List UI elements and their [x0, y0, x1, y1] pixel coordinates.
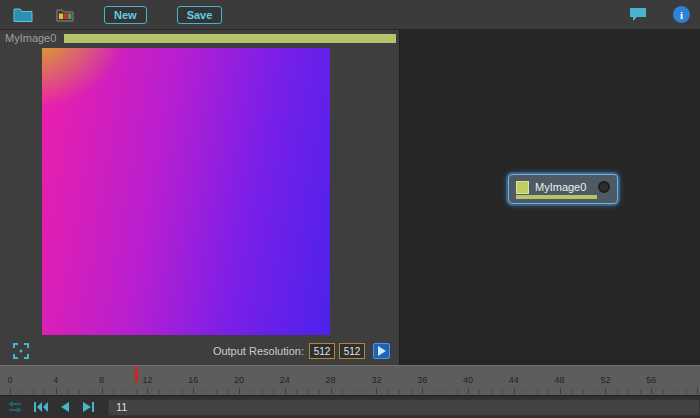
timeline-ruler[interactable]: 048121620242832364044485256: [0, 365, 700, 395]
timeline-tick: [445, 390, 446, 394]
play-backward-button[interactable]: [60, 402, 70, 412]
timeline-tick: [479, 390, 480, 394]
preview-title-row: MyImage0: [0, 30, 399, 46]
timeline-tick-label: 8: [99, 375, 104, 385]
timeline-tick: [159, 390, 160, 394]
timeline-tick: [468, 388, 469, 394]
timeline-tick: [571, 390, 572, 394]
node-output-port[interactable]: [598, 181, 610, 193]
fit-view-button[interactable]: [8, 340, 34, 362]
timeline-tick: [434, 390, 435, 394]
timeline-tick-label: 36: [417, 375, 427, 385]
output-resolution-label: Output Resolution:: [213, 345, 304, 357]
loop-icon: [8, 401, 22, 413]
new-button[interactable]: New: [104, 6, 147, 24]
timeline-tick: [239, 388, 240, 394]
chat-bubble-icon: [629, 7, 647, 22]
timeline-tick: [33, 390, 34, 394]
preview-title: MyImage0: [5, 32, 56, 44]
timeline-tick: [525, 390, 526, 394]
main-area: MyImage0 Output Resolution:: [0, 30, 700, 365]
timeline-tick-label: 28: [326, 375, 336, 385]
timeline-tick: [617, 390, 618, 394]
timeline-tick: [399, 390, 400, 394]
timeline-tick: [422, 388, 423, 394]
timeline-tick: [285, 388, 286, 394]
timeline-tick: [537, 390, 538, 394]
palette-icon: [56, 7, 74, 22]
timeline-tick: [651, 388, 652, 394]
timeline-tick: [193, 388, 194, 394]
timeline-tick: [583, 390, 584, 394]
timeline-tick: [79, 390, 80, 394]
timeline-tick-label: 4: [53, 375, 58, 385]
timeline-tick: [376, 388, 377, 394]
timeline-tick: [342, 390, 343, 394]
timeline-tick: [250, 390, 251, 394]
go-to-start-button[interactable]: [34, 402, 48, 412]
timeline-tick: [136, 390, 137, 394]
timeline-tick: [182, 390, 183, 394]
timeline-tick: [457, 390, 458, 394]
timeline-tick: [113, 390, 114, 394]
timeline-tick: [21, 390, 22, 394]
node-myimage0[interactable]: MyImage0: [508, 174, 618, 204]
node-thumbnail: [516, 181, 529, 194]
chat-button[interactable]: [625, 4, 651, 26]
play-forward-button[interactable]: [82, 402, 94, 412]
timeline-tick: [697, 388, 698, 394]
play-backward-icon: [60, 402, 70, 412]
image-preview[interactable]: [42, 48, 330, 335]
timeline-tick: [308, 390, 309, 394]
toolbar: New Save i: [0, 0, 700, 30]
import-image-button[interactable]: [52, 4, 78, 26]
current-frame-field[interactable]: 11: [108, 399, 700, 416]
info-icon: i: [680, 9, 683, 21]
timeline-tick: [102, 388, 103, 394]
open-folder-button[interactable]: [10, 4, 36, 26]
timeline-tick: [605, 388, 606, 394]
info-button[interactable]: i: [673, 6, 690, 23]
timeline-tick: [594, 390, 595, 394]
resolution-width-input[interactable]: [309, 343, 335, 359]
play-forward-icon: [82, 402, 94, 412]
save-button[interactable]: Save: [177, 6, 223, 24]
timeline-tick: [216, 390, 217, 394]
timeline-tick: [331, 388, 332, 394]
timeline-tick: [296, 390, 297, 394]
preview-panel: MyImage0 Output Resolution:: [0, 30, 400, 365]
node-label: MyImage0: [535, 181, 586, 193]
timeline-tick: [560, 388, 561, 394]
apply-resolution-button[interactable]: [373, 343, 390, 359]
folder-icon: [13, 7, 33, 22]
timeline-tick-label: 32: [371, 375, 381, 385]
timeline-tick-label: 20: [234, 375, 244, 385]
timeline-tick: [491, 390, 492, 394]
timeline-tick-label: 0: [7, 375, 12, 385]
timeline-tick: [663, 390, 664, 394]
timeline-tick: [205, 390, 206, 394]
timeline-tick: [686, 390, 687, 394]
timeline-tick: [365, 390, 366, 394]
fit-view-icon: [13, 343, 29, 359]
timeline-tick-label: 48: [555, 375, 565, 385]
timeline-tick: [411, 390, 412, 394]
skip-to-start-icon: [34, 402, 48, 412]
timeline-playhead[interactable]: [135, 366, 138, 382]
timeline-tick-label: 52: [600, 375, 610, 385]
resolution-height-input[interactable]: [339, 343, 365, 359]
loop-button[interactable]: [8, 401, 22, 413]
timeline-tick-label: 12: [142, 375, 152, 385]
timeline-tick: [67, 390, 68, 394]
timeline-tick: [262, 390, 263, 394]
play-icon: [378, 346, 386, 356]
timeline-tick: [354, 390, 355, 394]
app-window: New Save i MyImage0: [0, 0, 700, 418]
timeline-tick: [628, 390, 629, 394]
timeline-tick: [125, 390, 126, 394]
timeline-tick: [147, 388, 148, 394]
node-graph-panel[interactable]: MyImage0: [400, 30, 700, 365]
timeline-tick: [90, 390, 91, 394]
timeline-tick-label: 56: [646, 375, 656, 385]
preview-footer: Output Resolution:: [0, 337, 398, 365]
